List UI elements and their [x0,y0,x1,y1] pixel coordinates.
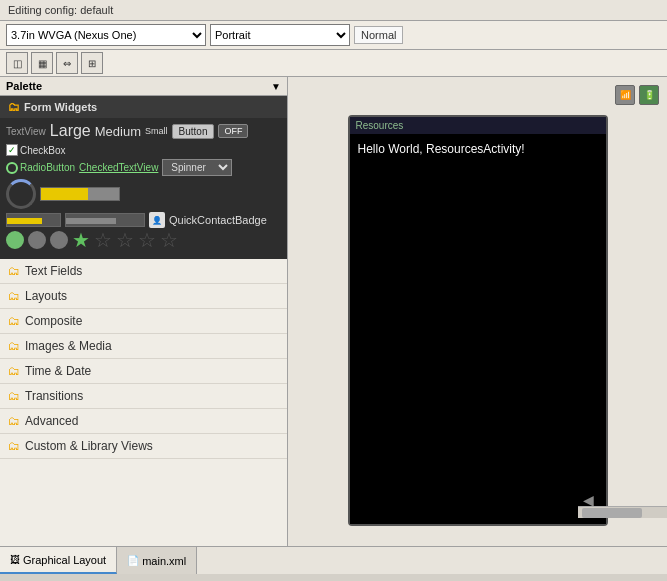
stars-row: ★ ☆ ☆ ☆ ☆ [6,228,281,252]
form-widgets-section: 🗂 Form Widgets TextView Large Medium Sma… [0,96,287,259]
text-large[interactable]: Large [50,122,91,140]
hello-world-text: Hello World, ResourcesActivity! [358,142,525,156]
category-images-media[interactable]: 🗂 Images & Media [0,334,287,359]
category-advanced[interactable]: 🗂 Advanced [0,409,287,434]
h-scrollbar-thumb [582,508,642,518]
form-widgets-header: 🗂 Form Widgets [0,96,287,118]
palette-header: Palette ▼ [0,77,287,96]
spinner-widget[interactable]: Spinner [162,159,232,176]
star-3[interactable]: ☆ [116,228,134,252]
quick-contact-label[interactable]: QuickContactBadge [169,214,267,226]
category-text-fields-label: Text Fields [25,264,82,278]
seekbar-gray[interactable] [65,213,145,227]
h-scrollbar[interactable] [578,506,667,518]
contact-badge-icon: 👤 [149,212,165,228]
second-toolbar: ◫ ▦ ⇔ ⊞ [0,50,667,77]
circle-green-1[interactable] [6,231,24,249]
folder-custom-icon: 🗂 [8,439,20,453]
star-5[interactable]: ☆ [160,228,178,252]
palette-arrow[interactable]: ▼ [271,81,281,92]
radio-widget[interactable]: RadioButton [6,162,75,174]
device-body: Hello World, ResourcesActivity! [350,134,606,524]
device-screen: Resources Hello World, ResourcesActivity… [348,115,608,526]
main-xml-icon: 📄 [127,555,139,566]
layout-btn-3[interactable]: ⇔ [56,52,78,74]
toggle-widget[interactable]: OFF [218,124,248,138]
tab-main-xml[interactable]: 📄 main.xml [117,547,197,574]
text-medium[interactable]: Medium [95,124,141,139]
folder-layouts-icon: 🗂 [8,289,20,303]
layout-btn-1[interactable]: ◫ [6,52,28,74]
category-custom-label: Custom & Library Views [25,439,153,453]
normal-label: Normal [354,26,403,44]
title-text: Editing config: default [8,4,113,16]
checkbox-icon: ✓ [6,144,18,156]
seekbar-yellow[interactable] [6,213,61,227]
folder-text-fields-icon: 🗂 [8,264,20,278]
device-icon-signal[interactable]: 📶 [615,85,635,105]
device-icon-battery[interactable]: 🔋 [639,85,659,105]
category-transitions-label: Transitions [25,389,83,403]
category-time-label: Time & Date [25,364,91,378]
textview-label: TextView [6,126,46,137]
main-xml-tab-label: main.xml [142,555,186,567]
category-layouts-label: Layouts [25,289,67,303]
folder-advanced-icon: 🗂 [8,414,20,428]
category-layouts[interactable]: 🗂 Layouts [0,284,287,309]
folder-transitions-icon: 🗂 [8,389,20,403]
form-widgets-title: Form Widgets [24,101,97,113]
graphical-layout-tab-label: Graphical Layout [23,554,106,566]
widget-row-2: RadioButton CheckedTextView Spinner [6,159,281,176]
right-panel: 📶 🔋 Resources Hello World, ResourcesActi… [288,77,667,546]
folder-images-icon: 🗂 [8,339,20,353]
device-controls: 📶 🔋 [615,85,659,105]
device-header-text: Resources [356,120,404,131]
layout-btn-4[interactable]: ⊞ [81,52,103,74]
title-bar: Editing config: default [0,0,667,21]
tab-graphical-layout[interactable]: 🖼 Graphical Layout [0,547,117,574]
category-composite[interactable]: 🗂 Composite [0,309,287,334]
category-images-label: Images & Media [25,339,112,353]
button-widget[interactable]: Button [172,124,215,139]
folder-icon: 🗂 [8,100,20,114]
bottom-tabs: 🖼 Graphical Layout 📄 main.xml [0,546,667,574]
category-custom-library[interactable]: 🗂 Custom & Library Views [0,434,287,459]
category-composite-label: Composite [25,314,82,328]
orientation-select[interactable]: Portrait [210,24,350,46]
checked-text-label: CheckedTextView [79,162,158,173]
text-small[interactable]: Small [145,126,168,136]
star-2[interactable]: ☆ [94,228,112,252]
widget-row-1: TextView Large Medium Small Button OFF ✓… [6,122,281,156]
folder-time-icon: 🗂 [8,364,20,378]
category-time-date[interactable]: 🗂 Time & Date [0,359,287,384]
graphical-layout-icon: 🖼 [10,554,20,565]
main-content: Palette ▼ 🗂 Form Widgets TextView Large … [0,77,667,546]
main-toolbar: 3.7in WVGA (Nexus One) Portrait Normal [0,21,667,50]
star-4[interactable]: ☆ [138,228,156,252]
category-advanced-label: Advanced [25,414,78,428]
radio-label: RadioButton [20,162,75,173]
widget-row-3 [6,179,281,209]
category-transitions[interactable]: 🗂 Transitions [0,384,287,409]
seekbar-row: 👤 QuickContactBadge [6,212,281,228]
circle-gray-1[interactable] [28,231,46,249]
left-panel: Palette ▼ 🗂 Form Widgets TextView Large … [0,77,288,546]
progress-bar-yellow [40,187,120,201]
circle-gray-2[interactable] [50,231,68,249]
checked-text-view[interactable]: CheckedTextView [79,162,158,173]
radio-icon [6,162,18,174]
star-1-filled[interactable]: ★ [72,228,90,252]
folder-composite-icon: 🗂 [8,314,20,328]
checkbox-label: CheckBox [20,145,66,156]
device-select[interactable]: 3.7in WVGA (Nexus One) [6,24,206,46]
category-list: 🗂 Text Fields 🗂 Layouts 🗂 Composite 🗂 Im… [0,259,287,546]
device-header: Resources [350,117,606,134]
widgets-content: TextView Large Medium Small Button OFF ✓… [0,118,287,259]
layout-btn-2[interactable]: ▦ [31,52,53,74]
palette-title: Palette [6,80,42,92]
category-text-fields[interactable]: 🗂 Text Fields [0,259,287,284]
progress-spinner [6,179,36,209]
checkbox-widget[interactable]: ✓ CheckBox [6,144,66,156]
